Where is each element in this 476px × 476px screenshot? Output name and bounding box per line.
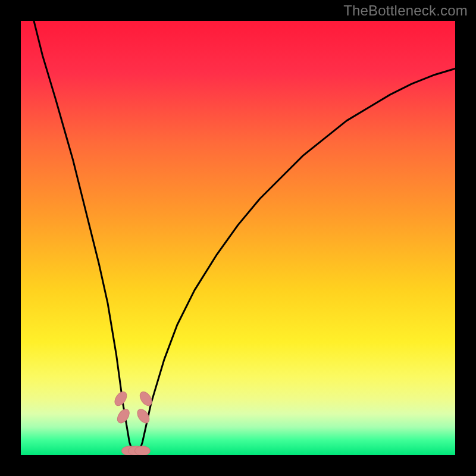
svg-point-6 [134, 446, 150, 455]
heatmap-background [21, 21, 455, 455]
bottleneck-plot [21, 21, 455, 455]
chart-frame: TheBottleneck.com [0, 0, 476, 476]
watermark-text: TheBottleneck.com [343, 2, 468, 19]
marker-dot [134, 446, 150, 455]
plot-svg [21, 21, 455, 455]
